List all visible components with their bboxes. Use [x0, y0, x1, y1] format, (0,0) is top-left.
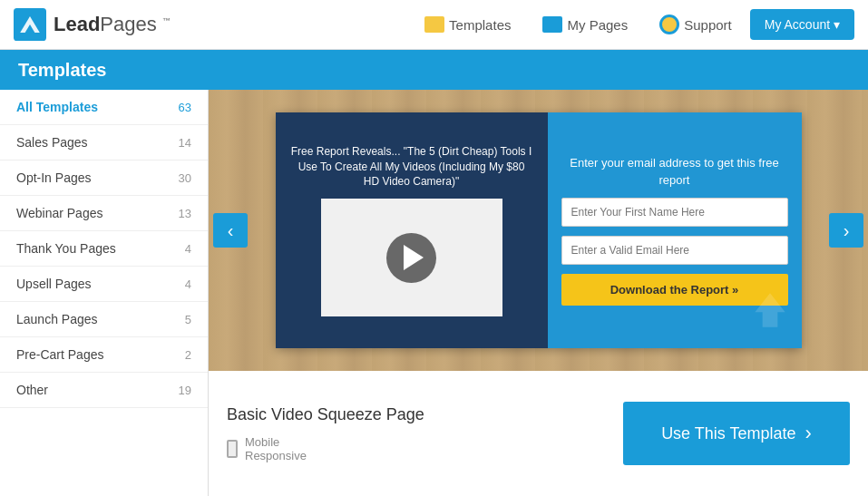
nav-label-support: Support	[684, 17, 732, 33]
play-button[interactable]	[386, 233, 436, 283]
template-name: Basic Video Squeeze Page	[227, 405, 424, 424]
logo-icon	[14, 8, 46, 41]
sidebar-item-pre-cart-pages[interactable]: Pre-Cart Pages 2	[0, 337, 208, 373]
card-right-panel: Enter your email address to get this fre…	[548, 112, 802, 348]
page-title: Templates	[18, 60, 106, 81]
responsive-label: Responsive	[245, 449, 307, 462]
card-left-panel: Free Report Reveals... "The 5 (Dirt Chea…	[276, 112, 548, 348]
nav-item-templates[interactable]: Templates	[411, 9, 524, 40]
sidebar: All Templates 63 Sales Pages 14 Opt-In P…	[0, 90, 209, 496]
sidebar-item-all-templates[interactable]: All Templates 63	[0, 90, 208, 125]
template-meta: Mobile Responsive	[227, 435, 424, 462]
use-template-label: Use This Template	[661, 424, 795, 443]
mobile-label: Mobile	[245, 435, 307, 449]
chevron-right-icon: ›	[805, 422, 812, 445]
next-template-button[interactable]: ›	[829, 213, 863, 248]
template-preview: ‹ Free Report Reveals... "The 5 (Dirt Ch…	[209, 90, 868, 371]
email-input[interactable]	[561, 236, 788, 265]
form-headline: Enter your email address to get this fre…	[561, 155, 788, 188]
sidebar-item-thank-you-pages[interactable]: Thank You Pages 4	[0, 231, 208, 267]
mypages-nav-icon	[542, 16, 562, 33]
nav-label-mypages: My Pages	[567, 17, 628, 33]
content-area: ‹ Free Report Reveals... "The 5 (Dirt Ch…	[209, 90, 868, 496]
phone-shape	[227, 440, 238, 458]
card-headline: Free Report Reveals... "The 5 (Dirt Chea…	[289, 144, 534, 190]
logo-text: LeadPages ™	[54, 13, 171, 36]
sidebar-item-webinar-pages[interactable]: Webinar Pages 13	[0, 196, 208, 231]
template-card: Free Report Reveals... "The 5 (Dirt Chea…	[276, 112, 802, 348]
nav-item-support[interactable]: Support	[646, 7, 746, 42]
watermark	[747, 286, 793, 335]
prev-template-button[interactable]: ‹	[213, 213, 248, 248]
sidebar-item-sales-pages[interactable]: Sales Pages 14	[0, 125, 208, 160]
first-name-input[interactable]	[561, 198, 788, 227]
templates-nav-icon	[424, 16, 444, 33]
support-nav-icon	[659, 15, 679, 34]
sidebar-item-opt-in-pages[interactable]: Opt-In Pages 30	[0, 160, 208, 196]
nav: Templates My Pages Support My Account ▾	[411, 7, 854, 42]
sidebar-item-other[interactable]: Other 19	[0, 373, 208, 408]
sidebar-item-launch-pages[interactable]: Launch Pages 5	[0, 302, 208, 337]
play-icon	[404, 245, 424, 270]
nav-label-templates: Templates	[449, 17, 511, 33]
use-template-button[interactable]: Use This Template ›	[623, 402, 850, 465]
template-details: Basic Video Squeeze Page Mobile Responsi…	[227, 405, 424, 462]
sidebar-item-upsell-pages[interactable]: Upsell Pages 4	[0, 267, 208, 302]
main-layout: All Templates 63 Sales Pages 14 Opt-In P…	[0, 90, 868, 496]
page-title-bar: Templates	[0, 50, 868, 90]
mobile-icon	[227, 440, 238, 458]
template-meta-labels: Mobile Responsive	[245, 435, 307, 462]
header: LeadPages ™ Templates My Pages Support M…	[0, 0, 868, 50]
logo[interactable]: LeadPages ™	[14, 8, 171, 41]
video-thumbnail[interactable]	[321, 199, 502, 316]
account-button[interactable]: My Account ▾	[750, 9, 854, 40]
nav-item-mypages[interactable]: My Pages	[529, 9, 641, 40]
template-info: Basic Video Squeeze Page Mobile Responsi…	[209, 371, 868, 496]
